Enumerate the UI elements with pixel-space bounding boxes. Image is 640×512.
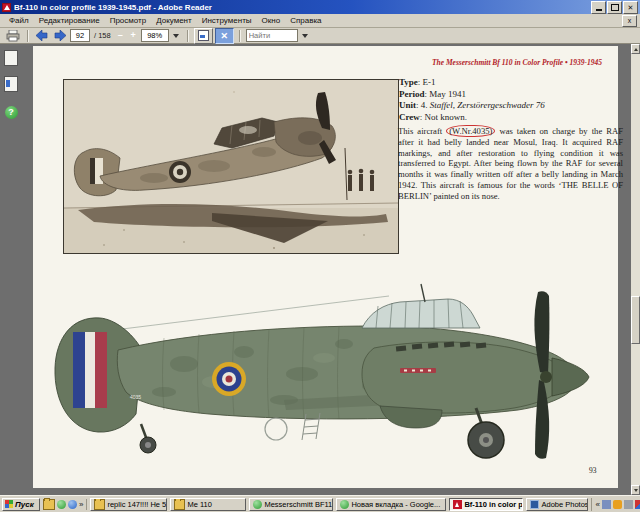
restore-icon: [611, 4, 619, 11]
system-tray: « 21:17: [591, 498, 640, 511]
chevron-down-icon: [302, 34, 308, 38]
tray-icon-4[interactable]: [635, 500, 640, 509]
task-button-photoshop[interactable]: Adobe Photoshop: [526, 498, 588, 511]
toolbar-separator: [27, 30, 29, 42]
nose-art: [400, 368, 436, 373]
photo-bf110-belly-landed: [63, 79, 399, 254]
document-close-button[interactable]: x: [622, 15, 637, 27]
fin-flash: [73, 332, 107, 408]
page-number-input[interactable]: [70, 29, 90, 42]
menu-bar: Файл Редактирование Просмотр Документ Ин…: [0, 14, 640, 28]
task-button-replic-folder[interactable]: replic 147!!!! He 59 De...: [90, 498, 167, 511]
menu-view[interactable]: Просмотр: [105, 15, 152, 26]
menu-document[interactable]: Документ: [151, 15, 197, 26]
quick-launch-overflow[interactable]: »: [79, 500, 83, 509]
browser-tab-icon: [340, 500, 349, 509]
tray-icon-2[interactable]: [613, 500, 622, 509]
arrow-right-icon: [54, 30, 66, 41]
pdf-page: The Messerschmitt Bf 110 in Color Profil…: [33, 46, 618, 488]
toolbar: / 158 – + 98% ✕: [0, 28, 640, 44]
aircraft-info-block: Type: E-1 Period: May 1941 Unit: 4. Staf…: [399, 77, 629, 123]
pages-panel-icon[interactable]: [4, 50, 18, 66]
previous-view-button[interactable]: [34, 29, 50, 42]
menu-window[interactable]: Окно: [257, 15, 286, 26]
start-label: Пуск: [15, 500, 34, 509]
scrollbar-thumb[interactable]: [631, 296, 640, 344]
photo-bystanders: [348, 169, 375, 191]
chevron-down-icon: [173, 34, 179, 38]
folder-icon: [174, 499, 185, 510]
menu-tools[interactable]: Инструменты: [197, 15, 257, 26]
tray-collapse-button[interactable]: «: [595, 500, 599, 509]
task-button-messerschmitt-page[interactable]: Messerschmitt BF110 E P...: [249, 498, 333, 511]
messenger-icon[interactable]: [57, 500, 66, 509]
tray-icon-1[interactable]: [602, 500, 611, 509]
quick-launch: »: [43, 499, 87, 510]
next-view-button[interactable]: [52, 29, 68, 42]
vertical-scrollbar[interactable]: [631, 44, 640, 495]
start-button[interactable]: Пуск: [2, 498, 40, 511]
zoom-in-button[interactable]: +: [128, 30, 139, 41]
find-dropdown-button[interactable]: [300, 29, 311, 42]
windows-logo-icon: [5, 500, 13, 508]
task-button-google-newtab[interactable]: Новая вкладка - Google...: [336, 498, 446, 511]
page-count-label: / 158: [94, 31, 111, 40]
zoom-dropdown-button[interactable]: [171, 29, 182, 42]
task-button-bf110-pdf[interactable]: Bf-110 in color profile ...: [449, 498, 523, 511]
navigation-pane: ?: [0, 44, 22, 495]
scroll-down-button[interactable]: [631, 485, 640, 495]
arrow-left-icon: [36, 30, 48, 41]
photoshop-icon: [530, 500, 539, 509]
zoom-level-value: 98%: [141, 29, 169, 42]
minimize-button[interactable]: [591, 1, 606, 14]
page-header: The Messerschmitt Bf 110 in Color Profil…: [411, 58, 623, 67]
menu-help[interactable]: Справка: [285, 15, 326, 26]
toolbar-separator: [239, 30, 241, 42]
info-crew: Crew: Not known.: [399, 112, 629, 124]
title-bar: Bf-110 in color profile 1939-1945.pdf - …: [0, 0, 640, 14]
tray-icon-3[interactable]: [624, 500, 633, 509]
menu-edit[interactable]: Редактирование: [34, 15, 105, 26]
restore-button[interactable]: [607, 1, 622, 14]
help-icon[interactable]: ?: [5, 106, 18, 119]
body-paragraph: This aircraft (W.Nr.4035) was taken on c…: [398, 126, 623, 202]
adobe-reader-icon: [453, 500, 462, 509]
scroll-up-button[interactable]: [631, 44, 640, 54]
print-button[interactable]: [4, 29, 22, 42]
arrow-down-icon: [634, 489, 638, 492]
arrow-up-icon: [634, 48, 638, 51]
fit-page-icon: [198, 30, 209, 41]
info-type: Type: E-1: [399, 77, 629, 89]
fullscreen-toggle-button[interactable]: ✕: [215, 28, 234, 44]
red-oval-annotation: (W.Nr.4035): [446, 125, 495, 137]
browser-icon[interactable]: [68, 500, 77, 509]
folder-icon[interactable]: [43, 499, 55, 510]
minimize-icon: [596, 9, 602, 11]
window-title: Bf-110 in color profile 1939-1945.pdf - …: [14, 3, 590, 12]
color-profile-bf110: 4035: [44, 282, 622, 468]
zoom-out-button[interactable]: –: [115, 30, 126, 41]
toolbar-separator: [187, 30, 189, 42]
close-button[interactable]: ✕: [623, 1, 638, 14]
fit-page-button[interactable]: [194, 28, 213, 44]
desktop: { "window": { "title": "Bf-110 in color …: [0, 0, 640, 512]
raf-roundel: [212, 362, 246, 396]
bookmarks-panel-icon[interactable]: [4, 76, 18, 92]
task-button-me110-folder[interactable]: Me 110: [170, 498, 246, 511]
folder-icon: [94, 499, 105, 510]
info-period: Period: May 1941: [399, 89, 629, 101]
menu-file[interactable]: Файл: [4, 15, 34, 26]
werknummer-text: 4035: [130, 394, 141, 400]
taskbar: Пуск » replic 147!!!! He 59 De... Me 110…: [0, 495, 640, 512]
web-page-icon: [253, 500, 262, 509]
find-input[interactable]: [246, 29, 298, 42]
info-unit: Unit: 4. Staffel, Zerstörergeschwader 76: [399, 100, 629, 112]
printer-icon: [6, 30, 20, 42]
adobe-reader-icon: [2, 3, 11, 12]
